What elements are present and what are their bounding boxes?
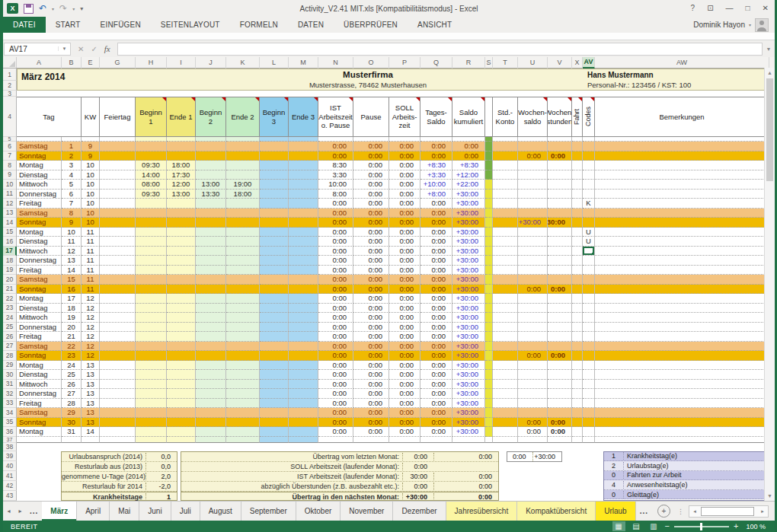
cell-indicator-strip[interactable] <box>485 170 493 180</box>
cell-kw[interactable]: 12 <box>82 351 100 361</box>
cell-date[interactable]: 11 <box>62 237 82 247</box>
cell-ende2[interactable] <box>226 199 260 209</box>
column-header-N[interactable]: N <box>318 57 353 68</box>
cell-beginn2[interactable] <box>196 285 226 295</box>
cell-beginn3[interactable] <box>260 266 289 276</box>
cell-indicator-strip[interactable] <box>485 228 493 237</box>
sheet-tab-urlaub[interactable]: Urlaub <box>596 502 635 521</box>
cell-tagessaldo[interactable]: 0:00 <box>420 151 452 161</box>
row-header-35[interactable]: 35 <box>3 418 17 428</box>
cell-beginn2[interactable] <box>196 228 226 237</box>
cell-ende3[interactable] <box>289 180 318 190</box>
cell-beginn3[interactable] <box>260 332 289 342</box>
cell-beginn1[interactable] <box>136 275 167 285</box>
cell-beginn3[interactable] <box>260 275 289 285</box>
cell-saldo-kumuliert[interactable]: +30:00 <box>452 237 485 247</box>
cell-stdkonto[interactable] <box>493 209 518 218</box>
cell-ende3[interactable] <box>289 304 318 314</box>
header-fahrt[interactable]: Fahrt <box>572 97 583 137</box>
row-header-19[interactable]: 19 <box>3 266 17 276</box>
summary-value[interactable]: -2,0 <box>145 483 177 490</box>
cell-feiertag[interactable] <box>100 228 136 237</box>
cell-feiertag[interactable] <box>100 161 136 170</box>
cell-stdkonto[interactable] <box>493 190 518 199</box>
cell-fahrt[interactable] <box>572 370 583 380</box>
cell-pause[interactable]: 0:00 <box>353 170 389 180</box>
cell-stdkonto[interactable] <box>493 370 518 380</box>
cell-soll[interactable]: 0:00 <box>389 342 420 352</box>
cell-date[interactable]: 14 <box>62 266 82 276</box>
help-icon[interactable]: ? <box>685 0 702 17</box>
cell-pause[interactable]: 0:00 <box>353 237 389 247</box>
cell-indicator-strip[interactable] <box>485 304 493 314</box>
cell-ist[interactable]: 0:00 <box>318 256 353 266</box>
cell-date[interactable]: 4 <box>62 170 82 180</box>
cell-tag[interactable]: Samstag <box>17 342 62 352</box>
normal-view-icon[interactable]: ▦ <box>612 521 625 531</box>
cell-stdkonto[interactable] <box>493 389 518 399</box>
cell-saldo-kumuliert[interactable]: +30:00 <box>452 247 485 256</box>
cell-pause[interactable]: 0:00 <box>353 151 389 161</box>
cell-ende1[interactable] <box>167 199 196 209</box>
cell-wochenstunden[interactable]: 30:00 <box>548 218 572 228</box>
cell-bemerkungen[interactable] <box>595 247 769 256</box>
sheet-more-right[interactable]: ... <box>636 502 652 521</box>
cell-ende3[interactable] <box>289 389 318 399</box>
cell-beginn3[interactable] <box>260 161 289 170</box>
cell-soll[interactable]: 0:00 <box>389 142 420 151</box>
cell-wochenstunden[interactable] <box>548 389 572 399</box>
cell-date[interactable]: 24 <box>62 361 82 371</box>
cell-ist[interactable]: 0:00 <box>318 313 353 323</box>
cell-tag[interactable]: Sonntag <box>17 285 62 295</box>
cell-wochenstunden[interactable] <box>548 228 572 237</box>
cell-ist[interactable]: 0:00 <box>318 351 353 361</box>
row-header-27[interactable]: 27 <box>3 342 17 352</box>
cell-ende2[interactable] <box>226 323 260 333</box>
carry-value-1[interactable]: 0:00 <box>507 452 532 461</box>
cell-beginn3[interactable] <box>260 294 289 304</box>
cell-wochensaldo[interactable] <box>518 180 548 190</box>
cell-indicator-strip[interactable] <box>485 427 493 437</box>
cell-wochenstunden[interactable] <box>548 237 572 247</box>
cell-kw[interactable]: 9 <box>82 151 100 161</box>
cell-ende3[interactable] <box>289 266 318 276</box>
cell-ende3[interactable] <box>289 351 318 361</box>
row-header-30[interactable]: 30 <box>3 370 17 380</box>
cell-ende1[interactable] <box>167 294 196 304</box>
cell-feiertag[interactable] <box>100 408 136 418</box>
cell-soll[interactable]: 0:00 <box>389 418 420 428</box>
cell-ende1[interactable] <box>167 389 196 399</box>
cell-tagessaldo[interactable]: 0:00 <box>420 389 452 399</box>
cell-date[interactable]: 18 <box>62 304 82 314</box>
sheet-tab-märz[interactable]: März <box>42 502 77 521</box>
cell-code[interactable] <box>583 304 595 314</box>
cell-date[interactable]: 17 <box>62 294 82 304</box>
cell-wochenstunden[interactable] <box>548 170 572 180</box>
cell-feiertag[interactable] <box>100 361 136 371</box>
cell-indicator-strip[interactable] <box>485 275 493 285</box>
cell-date[interactable]: 12 <box>62 247 82 256</box>
cell-tagessaldo[interactable]: 0:00 <box>420 313 452 323</box>
cell-tagessaldo[interactable]: 0:00 <box>420 266 452 276</box>
cell-wochensaldo[interactable] <box>518 170 548 180</box>
row-header-41[interactable]: 41 <box>3 471 17 481</box>
cell-wochensaldo[interactable]: 0:00 <box>518 285 548 295</box>
cell-beginn1[interactable] <box>136 266 167 276</box>
cell-fahrt[interactable] <box>572 228 583 237</box>
row-header-16[interactable]: 16 <box>3 237 17 247</box>
cell-ende1[interactable]: 18:00 <box>167 161 196 170</box>
cell-tagessaldo[interactable]: 0:00 <box>420 332 452 342</box>
row-header-31[interactable]: 31 <box>3 380 17 390</box>
scroll-down-icon[interactable]: ▼ <box>765 491 775 501</box>
cell-beginn3[interactable] <box>260 408 289 418</box>
cell-tagessaldo[interactable]: 0:00 <box>420 304 452 314</box>
row-header-32[interactable]: 32 <box>3 389 17 399</box>
cell-kw[interactable]: 12 <box>82 304 100 314</box>
cell-indicator-strip[interactable] <box>485 313 493 323</box>
cell-wochensaldo[interactable] <box>518 209 548 218</box>
cell-ende2[interactable] <box>226 275 260 285</box>
cell-date[interactable]: 20 <box>62 323 82 333</box>
cell-fahrt[interactable] <box>572 142 583 151</box>
cell-kw[interactable]: 12 <box>82 342 100 352</box>
cell-beginn1[interactable] <box>136 361 167 371</box>
